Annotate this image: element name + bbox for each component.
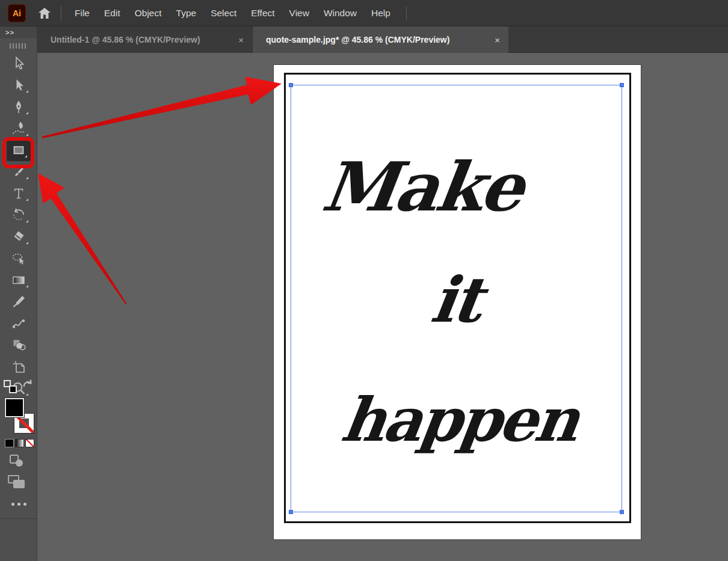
direct-selection-tool[interactable] xyxy=(5,75,32,96)
tab-quote-sample[interactable]: quote-sample.jpg* @ 45.86 % (CMYK/Previe… xyxy=(253,26,508,53)
eraser-tool[interactable] xyxy=(5,226,32,248)
home-icon[interactable] xyxy=(37,5,52,21)
swap-fill-stroke-icon[interactable] xyxy=(22,379,34,393)
artboard-page: Make it happen xyxy=(274,65,641,539)
fill-color-swatch[interactable] xyxy=(5,398,24,417)
draw-mode-circle xyxy=(16,459,23,467)
menu-view[interactable]: View xyxy=(282,0,316,26)
close-icon[interactable]: × xyxy=(484,35,500,45)
selection-handle-bottom-left[interactable] xyxy=(289,510,293,514)
paintbrush-tool[interactable] xyxy=(5,161,32,183)
lasso-tool[interactable] xyxy=(5,248,32,269)
illustrator-window: Ai File Edit Object Type Select Effect V… xyxy=(0,0,728,561)
selection-handle-top-left[interactable] xyxy=(289,83,293,87)
default-fill-stroke-icon[interactable] xyxy=(4,380,17,393)
artwork-text-line: Make xyxy=(318,147,527,226)
artwork-text-line: it xyxy=(427,263,486,337)
edit-toolbar-ellipsis[interactable] xyxy=(0,503,37,506)
menu-select[interactable]: Select xyxy=(203,0,244,26)
color-type-buttons xyxy=(5,439,34,447)
tools-panel-header: >> xyxy=(0,26,37,38)
tool-list xyxy=(0,53,37,399)
menu-effect[interactable]: Effect xyxy=(244,0,282,26)
pen-tool[interactable] xyxy=(5,96,32,118)
color-button[interactable] xyxy=(5,439,14,447)
screen-mode-front-rect xyxy=(13,480,25,488)
document-tab-bar: Untitled-1 @ 45.86 % (CMYK/Preview) × qu… xyxy=(37,26,728,53)
none-button[interactable] xyxy=(25,439,34,447)
tab-title: Untitled-1 @ 45.86 % (CMYK/Preview) xyxy=(51,35,200,44)
menu-window[interactable]: Window xyxy=(316,0,364,26)
blend-tool[interactable] xyxy=(5,313,32,334)
menubar-divider xyxy=(406,6,407,20)
selection-handle-bottom-right[interactable] xyxy=(620,510,624,514)
menu-object[interactable]: Object xyxy=(128,0,169,26)
artboard-tool[interactable] xyxy=(5,356,32,378)
rectangle-tool[interactable] xyxy=(7,139,31,161)
eyedropper-tool[interactable] xyxy=(5,291,32,313)
close-icon[interactable]: × xyxy=(227,35,244,45)
menu-bar: Ai File Edit Object Type Select Effect V… xyxy=(0,0,728,26)
expand-panel-icon[interactable]: >> xyxy=(0,29,14,36)
draw-mode-icon[interactable] xyxy=(10,455,23,467)
tab-untitled-1[interactable]: Untitled-1 @ 45.86 % (CMYK/Preview) × xyxy=(37,26,253,53)
menu-edit[interactable]: Edit xyxy=(97,0,128,26)
panel-divider xyxy=(0,518,37,519)
rotate-tool[interactable] xyxy=(5,204,32,226)
selection-tool[interactable] xyxy=(5,53,32,75)
shape-builder-tool[interactable] xyxy=(5,334,32,356)
none-slash-icon xyxy=(26,440,34,447)
selection-handle-top-right[interactable] xyxy=(620,83,624,87)
gradient-tool[interactable] xyxy=(5,269,32,291)
menu-help[interactable]: Help xyxy=(364,0,398,26)
canvas-pasteboard: Make it happen xyxy=(37,53,728,561)
type-tool[interactable] xyxy=(5,183,32,204)
default-fill-square xyxy=(9,385,17,393)
artwork-text-line: happen xyxy=(338,384,582,455)
tab-title: quote-sample.jpg* @ 45.86 % (CMYK/Previe… xyxy=(266,35,449,44)
screen-mode-icon[interactable] xyxy=(8,475,25,488)
gradient-button[interactable] xyxy=(15,439,24,447)
menu-type[interactable]: Type xyxy=(169,0,204,26)
main-menus: File Edit Object Type Select Effect View… xyxy=(67,0,398,26)
curvature-tool[interactable] xyxy=(5,118,32,139)
tools-panel: >> xyxy=(0,26,37,561)
illustrator-app-icon[interactable]: Ai xyxy=(8,4,26,22)
menu-file[interactable]: File xyxy=(67,0,97,26)
menubar-divider xyxy=(61,6,61,20)
panel-drag-grip[interactable] xyxy=(10,43,28,49)
